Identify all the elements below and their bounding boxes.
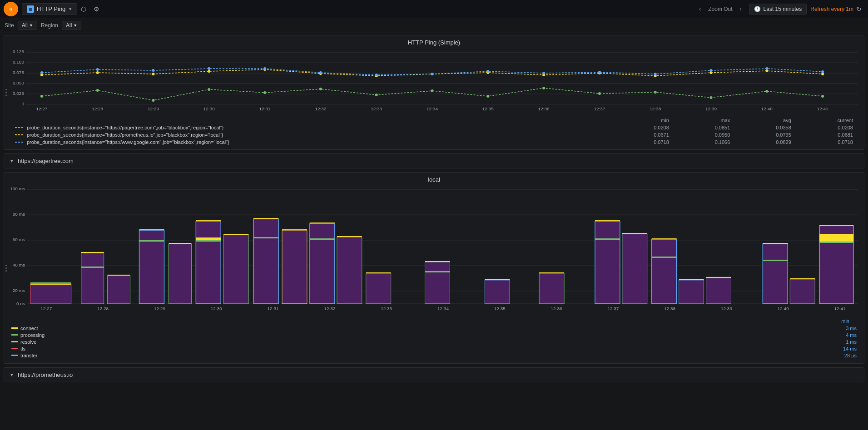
refresh-button[interactable]: ↻ [853,4,864,15]
svg-text:12:39: 12:39 [705,106,717,111]
dashboard-title-button[interactable]: ▦ HTTP Ping ▼ [22,3,77,15]
legend-current-header: current [795,117,857,124]
bar-15a-c [819,225,853,226]
zoom-out-left-button[interactable]: ‹ [695,4,704,14]
pagertree-current: 0.0208 [795,124,857,131]
stacked-legend: min connect 3 ms processing 4 ms resolve… [4,316,864,363]
svg-point-70 [654,73,657,75]
resolve-min: 1 ms [829,339,857,345]
svg-point-64 [319,71,322,74]
svg-point-68 [542,72,545,74]
svg-rect-106 [11,341,18,342]
pagertree-legend-color [15,126,24,129]
svg-text:100 ms: 100 ms [10,186,25,191]
pagertree-max: 0.0851 [673,124,734,131]
save-button[interactable]: ⬡ [77,3,90,15]
time-range-label: Last 15 minutes [764,6,802,12]
svg-rect-108 [11,355,18,356]
transfer-min: 28 µs [829,353,857,358]
svg-text:12:27: 12:27 [36,106,47,111]
bar-tls-4a [196,237,221,240]
bar-5a-p [253,237,278,238]
site-filter-button[interactable]: All ▼ [18,21,37,30]
tls-color [11,348,18,350]
svg-text:0.025: 0.025 [13,91,24,96]
svg-point-63 [263,67,266,70]
connect-color [11,327,18,329]
svg-rect-104 [11,327,18,329]
bar-6b-c [337,236,362,237]
local-stacked-panel: local 100 ms 80 ms 60 ms 40 ms 20 ms 0 n… [4,172,864,364]
bar-connect-2b [108,275,130,276]
legend-min-header: min [611,117,673,124]
processing-min: 4 ms [829,332,857,338]
svg-text:12:34: 12:34 [427,106,438,111]
svg-point-71 [710,69,713,72]
svg-point-38 [542,87,545,89]
google-max: 0.1066 [673,138,734,146]
zoom-out-button[interactable]: Zoom Out [704,4,736,14]
main-content: HTTP Ping (Simple) 0.125 0.100 0.075 0.0… [0,33,868,388]
svg-text:12:35: 12:35 [494,306,506,311]
bar-processing-2a [81,267,104,268]
svg-text:12:31: 12:31 [268,306,279,311]
bar-7a [366,273,391,304]
panel-title: HTTP Ping (Simple) [4,35,864,48]
zoom-out-label: Zoom Out [708,6,732,12]
chevron-down-icon: ▼ [73,23,77,28]
svg-text:12:37: 12:37 [607,306,619,311]
top-nav: G ▦ HTTP Ping ▼ ⬡ ⚙ ‹ Zoom Out › 🕐 Last … [0,0,868,18]
svg-point-30 [96,89,99,92]
legend-avg-header: avg [734,117,795,124]
svg-text:12:30: 12:30 [211,306,222,311]
bar-15a-p [819,242,853,243]
connect-min: 3 ms [829,326,857,331]
svg-point-46 [152,73,154,75]
prometheus-section-header[interactable]: ▼ https://prometheus.io [4,367,864,382]
bar-6a-p [310,238,335,240]
svg-text:12:32: 12:32 [315,106,326,111]
refresh-label[interactable]: Refresh every 1m [810,6,853,12]
bar-11b [622,234,647,304]
svg-text:12:40: 12:40 [778,306,789,311]
local-chart-svg: 100 ms 80 ms 60 ms 40 ms 20 ms 0 ns 12:2… [8,185,860,312]
tls-min: 14 ms [829,346,857,351]
svg-rect-105 [11,334,18,336]
svg-point-47 [208,70,210,73]
legend-row-google: probe_duration_seconds{instance="https:/… [11,138,857,146]
pagertree-section-header[interactable]: ▼ https://pagertree.com [4,153,864,168]
settings-button[interactable]: ⚙ [90,3,103,15]
prometheus-avg: 0.0795 [734,131,795,138]
grafana-logo[interactable]: G [4,2,18,16]
legend-item-connect: connect 3 ms [11,326,857,331]
pagertree-min: 0.0208 [611,124,673,131]
svg-text:12:39: 12:39 [721,306,732,311]
legend-item-processing: processing 4 ms [11,332,857,338]
prometheus-min: 0.0671 [611,131,673,138]
chevron-down-icon: ▼ [68,7,72,11]
region-filter-button[interactable]: All ▼ [62,21,81,30]
prometheus-current: 0.0681 [795,131,857,138]
legend-label-google: probe_duration_seconds{instance="https:/… [27,139,229,145]
bar-13a-c [706,277,731,278]
bar-5a [253,219,278,304]
svg-text:12:31: 12:31 [259,106,271,111]
svg-text:12:37: 12:37 [594,106,605,111]
svg-rect-107 [11,348,18,349]
svg-point-65 [375,74,378,76]
http-ping-simple-panel: HTTP Ping (Simple) 0.125 0.100 0.075 0.0… [4,35,864,150]
svg-text:12:30: 12:30 [203,106,215,111]
bar-12b-c [679,279,704,280]
bar-processing-3a [139,240,164,242]
zoom-out-right-button[interactable]: › [736,4,745,14]
svg-point-60 [96,68,99,71]
simple-chart-legend: min max avg current probe_duration_secon… [4,115,864,149]
bar-transfer-2a [81,253,104,304]
svg-text:12:36: 12:36 [551,306,562,311]
time-range-picker[interactable]: 🕐 Last 15 minutes [749,4,807,15]
svg-text:12:38: 12:38 [664,306,675,311]
legend-table: min max avg current probe_duration_secon… [11,117,857,146]
bar-7a-c [366,272,391,273]
bar-13a [706,278,731,304]
svg-text:12:32: 12:32 [324,306,335,311]
